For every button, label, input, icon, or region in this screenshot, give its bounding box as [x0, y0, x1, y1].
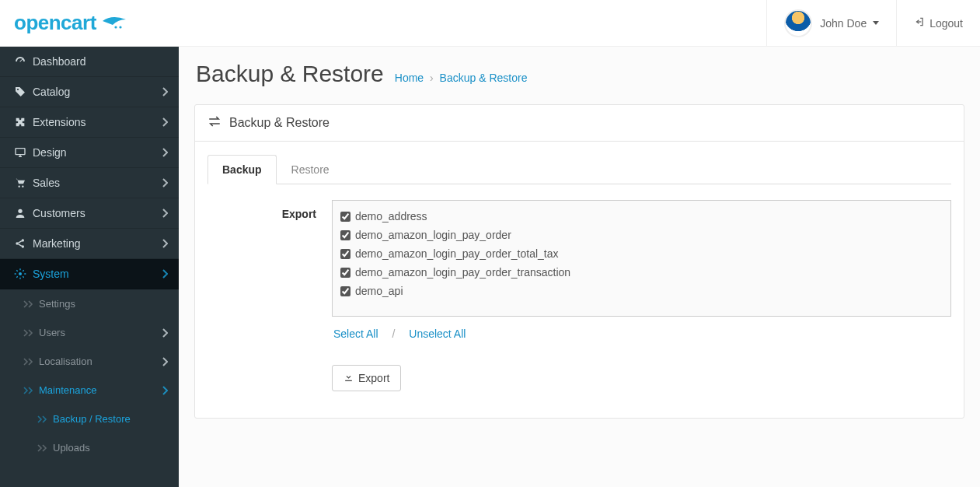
- sidebar-sub-maintenance[interactable]: Maintenance: [0, 376, 179, 405]
- svg-point-5: [22, 185, 23, 187]
- sidebar-item-catalog[interactable]: Catalog: [0, 77, 179, 107]
- desktop-icon: [11, 146, 30, 159]
- panel-body: Backup Restore Export demo_addressdemo_a…: [195, 142, 964, 418]
- sidebar: DashboardCatalogExtensionsDesignSalesCus…: [0, 47, 179, 487]
- logout-label: Logout: [929, 17, 963, 30]
- sidebar-leaf-uploads[interactable]: Uploads: [0, 433, 179, 462]
- export-table-checkbox[interactable]: [340, 230, 350, 240]
- svg-point-2: [17, 89, 19, 90]
- export-table-row[interactable]: demo_address: [340, 207, 943, 226]
- page-header: Backup & Restore Home › Backup & Restore: [194, 61, 964, 87]
- sidebar-leaf-backup-restore[interactable]: Backup / Restore: [0, 405, 179, 433]
- sidebar-item-sales[interactable]: Sales: [0, 168, 179, 198]
- panel-head: Backup & Restore: [195, 105, 964, 142]
- sidebar-sub-label: Users: [39, 327, 65, 338]
- avatar: [784, 9, 812, 37]
- sidebar-item-system[interactable]: System: [0, 259, 179, 289]
- user-icon: [11, 207, 30, 219]
- select-links: Select All / Unselect All: [332, 317, 951, 351]
- export-button-row: Export: [208, 365, 951, 391]
- link-divider: /: [392, 328, 395, 340]
- sidebar-sub-label: Localisation: [39, 356, 92, 367]
- breadcrumb-current[interactable]: Backup & Restore: [440, 72, 528, 84]
- export-table-checkbox[interactable]: [340, 212, 350, 222]
- export-table-row[interactable]: demo_amazon_login_pay_order_total_tax: [340, 244, 943, 263]
- sidebar-sub-localisation[interactable]: Localisation: [0, 347, 179, 376]
- export-tables-list[interactable]: demo_addressdemo_amazon_login_pay_orderd…: [332, 200, 951, 317]
- sidebar-leaf-label: Backup / Restore: [53, 413, 131, 425]
- svg-point-4: [18, 185, 19, 187]
- panel-title: Backup & Restore: [229, 116, 330, 130]
- unselect-all-link[interactable]: Unselect All: [409, 328, 466, 340]
- export-button-label: Export: [358, 372, 389, 384]
- sidebar-item-label: Marketing: [33, 237, 80, 250]
- sidebar-sub-label: Settings: [39, 298, 75, 310]
- breadcrumb-sep: ›: [430, 72, 434, 84]
- sidebar-item-label: System: [33, 268, 69, 280]
- panel: Backup & Restore Backup Restore Export d…: [194, 104, 964, 419]
- tag-icon: [11, 86, 30, 98]
- sidebar-item-marketing[interactable]: Marketing: [0, 229, 179, 259]
- sidebar-item-label: Catalog: [33, 86, 70, 98]
- export-field: demo_addressdemo_amazon_login_pay_orderd…: [332, 200, 951, 351]
- cart-icon: [11, 177, 30, 189]
- logo-swish-icon: [101, 16, 129, 30]
- sidebar-sub-label: Maintenance: [39, 384, 96, 396]
- export-table-row[interactable]: demo_amazon_login_pay_order_transaction: [340, 263, 943, 282]
- sidebar-item-label: Sales: [33, 177, 60, 189]
- export-table-checkbox[interactable]: [340, 286, 350, 296]
- exchange-icon: [208, 115, 221, 131]
- app-header: opencart John Doe Logout: [0, 0, 980, 47]
- svg-point-0: [114, 26, 117, 28]
- sidebar-item-label: Design: [33, 146, 67, 159]
- puzzle-icon: [11, 116, 30, 128]
- export-button[interactable]: Export: [332, 365, 401, 391]
- user-menu[interactable]: John Doe: [766, 0, 896, 46]
- export-label: Export: [208, 200, 332, 220]
- svg-point-1: [119, 26, 121, 28]
- export-table-name: demo_amazon_login_pay_order_transaction: [355, 266, 570, 279]
- sidebar-item-extensions[interactable]: Extensions: [0, 107, 179, 138]
- sidebar-item-label: Customers: [33, 207, 85, 219]
- header-right: John Doe Logout: [766, 0, 980, 46]
- svg-point-6: [18, 209, 22, 213]
- sidebar-item-customers[interactable]: Customers: [0, 198, 179, 229]
- page-title: Backup & Restore: [196, 61, 384, 87]
- export-table-checkbox[interactable]: [340, 249, 350, 259]
- export-row: Export demo_addressdemo_amazon_login_pay…: [208, 200, 951, 351]
- signout-icon: [914, 16, 925, 30]
- share-icon: [11, 237, 30, 250]
- breadcrumb: Home › Backup & Restore: [395, 72, 528, 84]
- logo-text: opencart: [14, 11, 96, 35]
- export-table-name: demo_amazon_login_pay_order: [355, 229, 511, 241]
- breadcrumb-home[interactable]: Home: [395, 72, 424, 84]
- dashboard-icon: [11, 55, 30, 68]
- select-all-link[interactable]: Select All: [333, 328, 378, 340]
- tab-backup[interactable]: Backup: [208, 155, 277, 184]
- export-table-row[interactable]: demo_amazon_login_pay_order: [340, 226, 943, 244]
- sidebar-item-design[interactable]: Design: [0, 138, 179, 168]
- main-content: Backup & Restore Home › Backup & Restore…: [179, 47, 980, 487]
- sidebar-item-label: Dashboard: [33, 55, 86, 68]
- sidebar-sub-users[interactable]: Users: [0, 318, 179, 347]
- export-table-name: demo_amazon_login_pay_order_total_tax: [355, 247, 559, 260]
- tab-restore[interactable]: Restore: [277, 155, 344, 184]
- logout-button[interactable]: Logout: [896, 0, 980, 46]
- user-name: John Doe: [820, 17, 867, 30]
- export-table-name: demo_address: [355, 210, 427, 222]
- svg-point-10: [19, 272, 22, 275]
- logo[interactable]: opencart: [14, 11, 129, 35]
- sidebar-leaf-label: Uploads: [53, 442, 90, 454]
- export-table-checkbox[interactable]: [340, 268, 350, 278]
- export-table-name: demo_api: [355, 285, 403, 297]
- svg-rect-3: [16, 149, 25, 155]
- chevron-down-icon: [873, 21, 879, 25]
- sidebar-item-label: Extensions: [33, 116, 85, 128]
- export-table-row[interactable]: demo_api: [340, 282, 943, 300]
- download-icon: [344, 372, 354, 384]
- sidebar-sub-settings[interactable]: Settings: [0, 289, 179, 318]
- gear-icon: [11, 268, 30, 280]
- tabs: Backup Restore: [208, 154, 951, 184]
- sidebar-item-dashboard[interactable]: Dashboard: [0, 47, 179, 77]
